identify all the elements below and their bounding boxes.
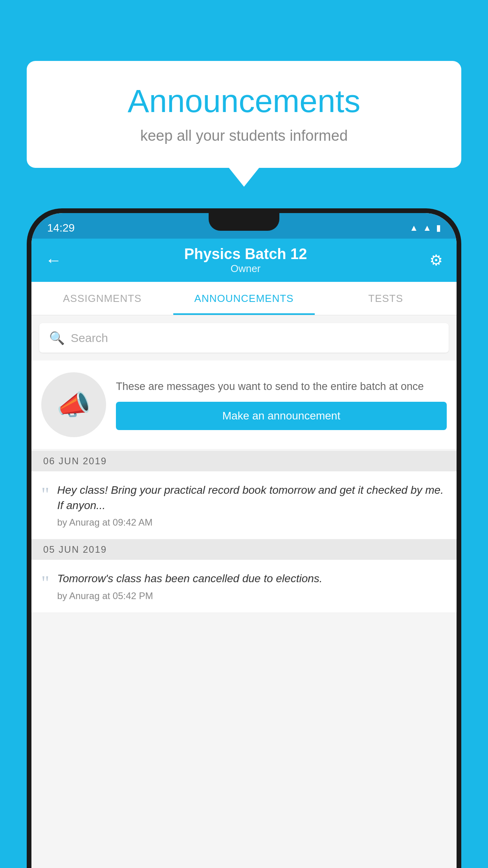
megaphone-icon: 📣 — [57, 389, 91, 421]
announcement-item-2[interactable]: " Tomorrow's class has been cancelled du… — [31, 560, 457, 612]
tabs: ASSIGNMENTS ANNOUNCEMENTS TESTS — [31, 282, 457, 315]
speech-bubble-container: Announcements keep all your students inf… — [27, 61, 461, 168]
phone-frame: 14:29 ▲ ▲ ▮ ← Physics Batch 12 Owner ⚙ — [27, 208, 461, 868]
app-bar-center: Physics Batch 12 Owner — [184, 246, 307, 275]
phone-inner: 14:29 ▲ ▲ ▮ ← Physics Batch 12 Owner ⚙ — [31, 213, 457, 868]
settings-icon[interactable]: ⚙ — [429, 252, 443, 269]
tab-assignments[interactable]: ASSIGNMENTS — [31, 282, 173, 315]
status-icons: ▲ ▲ ▮ — [409, 223, 441, 233]
promo-content: These are messages you want to send to t… — [116, 379, 447, 430]
battery-icon: ▮ — [436, 223, 441, 233]
wifi-icon: ▲ — [409, 223, 418, 233]
app-bar: ← Physics Batch 12 Owner ⚙ — [31, 239, 457, 282]
announcements-subtitle: keep all your students informed — [50, 127, 438, 144]
status-bar: 14:29 ▲ ▲ ▮ — [31, 213, 457, 239]
search-icon: 🔍 — [49, 331, 65, 346]
announcement-promo: 📣 These are messages you want to send to… — [31, 360, 457, 449]
back-button[interactable]: ← — [45, 251, 62, 270]
signal-icon: ▲ — [423, 223, 431, 233]
app-bar-subtitle: Owner — [184, 263, 307, 275]
date-separator-1: 06 JUN 2019 — [31, 451, 457, 471]
announcement-content-2: Tomorrow's class has been cancelled due … — [57, 571, 447, 601]
announcement-text-2: Tomorrow's class has been cancelled due … — [57, 571, 447, 586]
phone-screen: 14:29 ▲ ▲ ▮ ← Physics Batch 12 Owner ⚙ — [31, 213, 457, 868]
promo-icon-circle: 📣 — [41, 372, 106, 437]
status-time: 14:29 — [47, 222, 75, 234]
announcements-title: Announcements — [50, 83, 438, 120]
announcement-meta-2: by Anurag at 05:42 PM — [57, 590, 447, 601]
speech-bubble: Announcements keep all your students inf… — [27, 61, 461, 168]
tab-tests[interactable]: TESTS — [315, 282, 457, 315]
promo-description: These are messages you want to send to t… — [116, 379, 447, 394]
date-separator-2: 05 JUN 2019 — [31, 539, 457, 560]
announcement-text-1: Hey class! Bring your practical record b… — [57, 482, 447, 513]
announcement-content-1: Hey class! Bring your practical record b… — [57, 482, 447, 528]
quote-icon-2: " — [41, 573, 49, 592]
notch — [209, 213, 279, 231]
announcement-meta-1: by Anurag at 09:42 AM — [57, 517, 447, 528]
screen-content: 🔍 Search 📣 These are messages you want t… — [31, 315, 457, 868]
search-placeholder: Search — [71, 331, 108, 345]
tab-announcements[interactable]: ANNOUNCEMENTS — [173, 282, 315, 315]
announcement-item-1[interactable]: " Hey class! Bring your practical record… — [31, 471, 457, 539]
app-bar-title: Physics Batch 12 — [184, 246, 307, 263]
make-announcement-button[interactable]: Make an announcement — [116, 402, 447, 430]
quote-icon-1: " — [41, 484, 49, 504]
search-bar[interactable]: 🔍 Search — [39, 323, 449, 353]
